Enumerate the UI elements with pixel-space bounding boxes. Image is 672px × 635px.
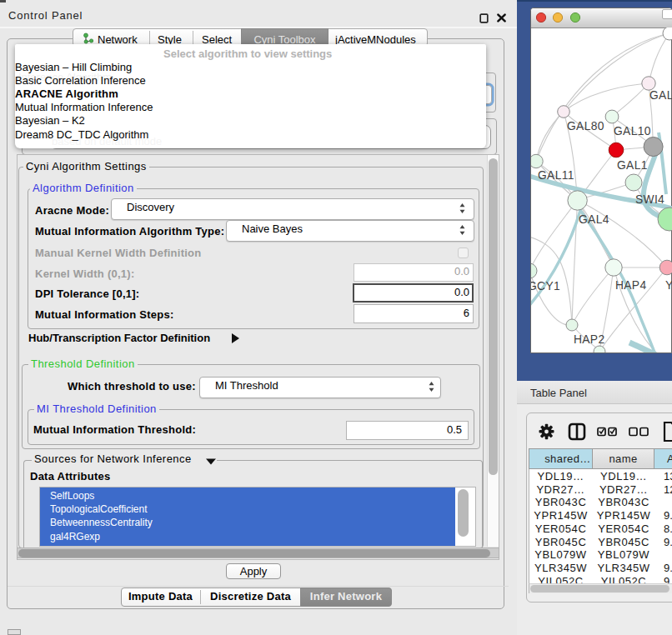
svg-text:GAL11: GAL11: [538, 169, 574, 182]
svg-text:HAP2: HAP2: [574, 333, 604, 346]
svg-text:Y: Y: [665, 279, 672, 292]
svg-text:GAL80: GAL80: [567, 120, 604, 132]
svg-text:GAL1: GAL1: [617, 159, 648, 172]
svg-text:GAL7: GAL7: [649, 89, 672, 102]
svg-text:GAL10: GAL10: [614, 125, 651, 138]
svg-text:SWI4: SWI4: [635, 193, 664, 206]
svg-text:GAL4: GAL4: [579, 213, 609, 226]
svg-text:HAP4: HAP4: [615, 279, 646, 292]
svg-text:GCY1: GCY1: [531, 280, 560, 292]
